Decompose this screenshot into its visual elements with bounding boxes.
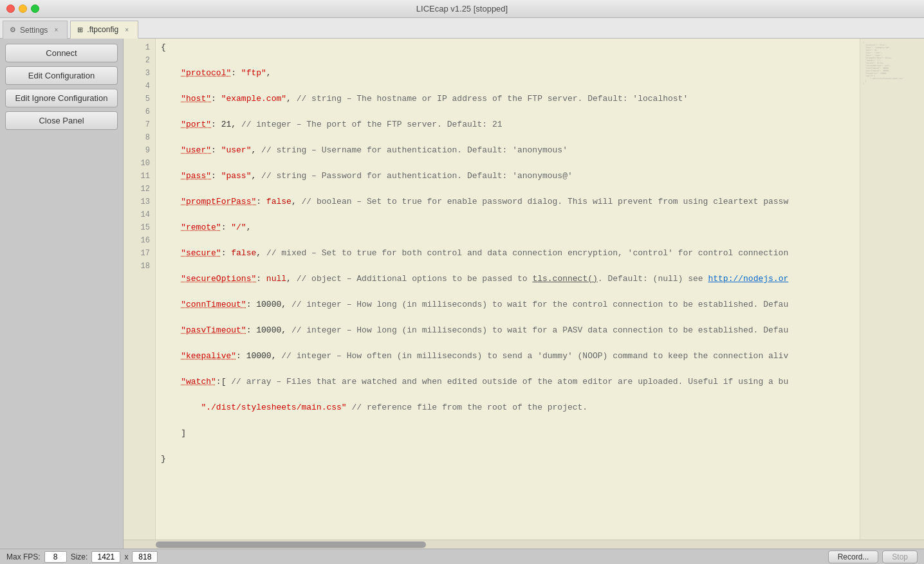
status-bar: Max FPS: Size: x Record... Stop <box>0 549 924 564</box>
settings-icon: ⚙ <box>10 26 16 34</box>
height-input[interactable] <box>132 551 158 563</box>
window-title: LICEcap v1.25 [stopped] <box>416 4 508 14</box>
minimap: { "protocol": "ftp", "host": "example.co… <box>860 39 924 540</box>
tab-settings[interactable]: ⚙ Settings × <box>3 21 68 39</box>
tab-ftpconfig[interactable]: ⊞ .ftpconfig × <box>70 21 138 39</box>
horizontal-scrollbar[interactable] <box>124 540 924 549</box>
edit-ignore-configuration-button[interactable]: Edit Ignore Configuration <box>5 89 118 107</box>
code-editor[interactable]: { "protocol": "ftp", "host": "example.co… <box>156 39 860 540</box>
main-container: ⚙ Settings × ⊞ .ftpconfig × Connect Edit… <box>0 18 924 564</box>
tab-ftpconfig-label: .ftpconfig <box>87 25 118 34</box>
editor-area[interactable]: 1 2 3 4 5 6 7 8 9 10 11 12 13 14 15 16 1 <box>124 39 924 549</box>
maximize-button[interactable] <box>31 5 39 13</box>
tab-settings-label: Settings <box>20 26 48 35</box>
line-numbers: 1 2 3 4 5 6 7 8 9 10 11 12 13 14 15 16 1 <box>124 39 156 540</box>
sidebar-spacer <box>5 134 118 543</box>
edit-configuration-button[interactable]: Edit Configuration <box>5 66 118 85</box>
connect-button[interactable]: Connect <box>5 44 118 62</box>
size-label: Size: <box>71 552 88 561</box>
max-fps-label: Max FPS: <box>6 552 41 561</box>
status-right: Record... Stop <box>828 550 918 563</box>
status-left: Max FPS: Size: x <box>6 551 158 563</box>
stop-button[interactable]: Stop <box>882 550 918 563</box>
minimize-button[interactable] <box>19 5 27 13</box>
width-input[interactable] <box>91 551 120 563</box>
tab-settings-close[interactable]: × <box>51 26 60 35</box>
scrollbar-thumb[interactable] <box>156 541 426 548</box>
traffic-lights <box>6 5 39 13</box>
sidebar: Connect Edit Configuration Edit Ignore C… <box>0 39 124 549</box>
x-label: x <box>124 552 128 561</box>
content-area: Connect Edit Configuration Edit Ignore C… <box>0 39 924 549</box>
tab-ftpconfig-close[interactable]: × <box>122 25 131 34</box>
record-button[interactable]: Record... <box>828 550 879 563</box>
close-button[interactable] <box>6 5 15 13</box>
fps-input[interactable] <box>44 551 67 563</box>
title-bar: LICEcap v1.25 [stopped] <box>0 0 924 18</box>
minimap-content: { "protocol": "ftp", "host": "example.co… <box>860 39 924 87</box>
editor-content[interactable]: 1 2 3 4 5 6 7 8 9 10 11 12 13 14 15 16 1 <box>124 39 924 540</box>
close-panel-button[interactable]: Close Panel <box>5 111 118 130</box>
ftpconfig-icon: ⊞ <box>77 26 83 34</box>
tab-bar: ⚙ Settings × ⊞ .ftpconfig × <box>0 18 924 39</box>
